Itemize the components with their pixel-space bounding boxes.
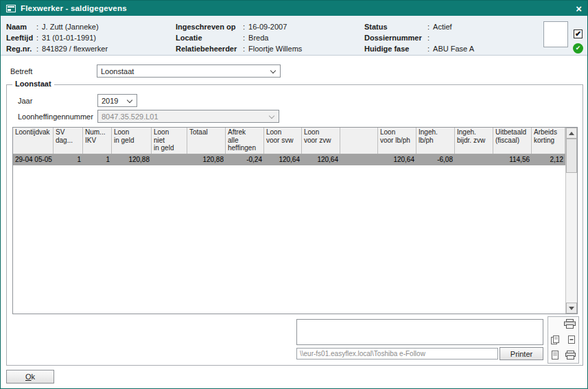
ok-label: O	[25, 373, 32, 381]
field-value: Floortje Willems	[248, 43, 302, 54]
table-cell: 120,64	[302, 154, 340, 165]
table-cell: 1	[83, 154, 112, 165]
field-separator: :	[427, 43, 430, 54]
page-icon[interactable]	[551, 351, 559, 361]
column-header[interactable]: Uitbetaald (fiscaal)	[493, 128, 532, 154]
chevron-down-icon	[127, 97, 132, 103]
column-header[interactable]: Loontijdvak	[13, 128, 54, 154]
check-icon: ✔	[576, 45, 581, 51]
titlebar: Flexwerker - saldigegevens ×	[1, 1, 587, 16]
table-header-row: LoontijdvakSV dag...Num... IKVLoon in ge…	[13, 128, 565, 154]
table-cell: 120,64	[378, 154, 416, 165]
header-field-relatiebeheerder: Relatiebeheerder : Floortje Willems	[176, 43, 302, 54]
table-main: LoontijdvakSV dag...Num... IKVLoon in ge…	[13, 128, 565, 314]
scroll-up-button[interactable]	[566, 128, 577, 139]
field-value: 841829 / flexwerker	[42, 43, 108, 54]
field-value: 16-09-2007	[248, 21, 287, 32]
column-header[interactable]: Loon voor svw	[264, 128, 302, 154]
column-header[interactable]: Loon niet in geld	[152, 128, 187, 154]
column-header[interactable]	[340, 128, 378, 154]
header-field-leeftijd: Leeftijd : 31 (01-01-1991)	[6, 32, 108, 43]
jaar-value: 2019	[102, 97, 118, 105]
scroll-down-button[interactable]	[566, 303, 577, 314]
field-label: Naam	[6, 21, 36, 32]
field-value: Actief	[433, 21, 452, 32]
column-header[interactable]: Totaal	[187, 128, 226, 154]
field-separator: :	[243, 43, 245, 54]
arrow-down-icon	[569, 307, 574, 310]
field-separator: :	[243, 32, 245, 43]
printer-notes-box[interactable]	[296, 319, 543, 345]
header-field-dossiernummer: Dossiernummer :	[364, 32, 474, 43]
table-cell: 120,64	[264, 154, 302, 165]
flexwerker-saldigegevens-window: Flexwerker - saldigegevens × Naam : J. Z…	[0, 0, 588, 389]
table-cell: -0,24	[226, 154, 264, 165]
field-label: Relatiebeheerder	[176, 43, 243, 54]
header-field-regnr: Reg.nr. : 841829 / flexwerker	[6, 43, 108, 54]
loonheffingennummer-value: 8047.35.529.L01	[102, 113, 158, 121]
field-value: Breda	[248, 32, 268, 43]
status-ok-icon: ✔	[573, 43, 583, 54]
copies-icon[interactable]	[551, 335, 560, 346]
column-header[interactable]: Loon voor zvw	[302, 128, 340, 154]
field-separator: :	[36, 43, 38, 54]
column-header[interactable]: Num... IKV	[83, 128, 112, 154]
loonstaat-table: LoontijdvakSV dag...Num... IKVLoon in ge…	[12, 127, 578, 314]
loonstaat-groupbox: Loonstaat Jaar 2019 Loonheffingennummer …	[6, 84, 583, 366]
header-info-panel: Naam : J. Zutt (Janneke) Leeftijd : 31 (…	[1, 16, 587, 56]
close-icon[interactable]: ×	[576, 3, 582, 14]
table-cell: 1	[54, 154, 83, 165]
scroll-thumb[interactable]	[566, 139, 577, 173]
field-label: Dossiernummer	[364, 32, 427, 43]
table-cell	[340, 154, 378, 165]
field-label: Huidige fase	[364, 43, 427, 54]
column-header[interactable]: Ingeh. lb/ph	[416, 128, 455, 154]
chevron-down-icon	[269, 113, 274, 119]
field-separator: :	[36, 32, 38, 43]
header-field-huidige-fase: Huidige fase : ABU Fase A	[364, 43, 474, 54]
column-header[interactable]: Loon in geld	[112, 128, 152, 154]
ok-button[interactable]: Ok	[6, 370, 54, 384]
column-header[interactable]: Arbeids korting	[532, 128, 565, 154]
column-header[interactable]: Aftrek alle heffingen	[226, 128, 264, 154]
header-col-registration: Ingeschreven op : 16-09-2007 Locatie : B…	[176, 21, 302, 54]
table-cell: -6,08	[416, 154, 455, 165]
printer-button[interactable]: Printer	[499, 347, 543, 360]
loonheffingennummer-label: Loonheffingennummer	[18, 112, 93, 121]
photo-placeholder	[543, 21, 568, 47]
printer-path-input[interactable]	[296, 348, 498, 359]
table-row[interactable]: 29-04 05-0511120,88120,88-0,24120,64120,…	[13, 154, 565, 165]
table-cell: 29-04 05-05	[13, 154, 54, 165]
groupbox-label: Loonstaat	[12, 80, 54, 88]
field-separator: :	[427, 21, 430, 32]
field-label: Leeftijd	[6, 32, 36, 43]
window-icon	[6, 5, 16, 12]
column-header[interactable]: Loon voor lb/ph	[378, 128, 416, 154]
header-field-ingeschreven: Ingeschreven op : 16-09-2007	[176, 21, 302, 32]
print-icon[interactable]	[564, 319, 576, 330]
header-field-status: Status : Actief	[364, 21, 474, 32]
header-col-identity: Naam : J. Zutt (Janneke) Leeftijd : 31 (…	[6, 21, 108, 54]
field-label: Locatie	[176, 32, 243, 43]
check-icon: ✔	[575, 30, 581, 38]
arrow-up-icon	[569, 132, 574, 135]
field-value: 31 (01-01-1991)	[42, 32, 96, 43]
jaar-label: Jaar	[18, 96, 32, 106]
field-label: Reg.nr.	[6, 43, 36, 54]
print-page-icon[interactable]	[565, 351, 576, 361]
printer-icon-panel	[548, 316, 579, 364]
header-field-locatie: Locatie : Breda	[176, 32, 302, 43]
table-cell: 120,88	[112, 154, 152, 165]
page-minus-icon[interactable]	[567, 335, 576, 345]
loonheffingennummer-select: 8047.35.529.L01	[97, 110, 279, 123]
jaar-select[interactable]: 2019	[97, 94, 137, 107]
field-separator: :	[243, 21, 245, 32]
ok-label-rest: k	[32, 373, 36, 381]
column-header[interactable]: Ingeh. bijdr. zvw	[455, 128, 493, 154]
betreft-select[interactable]: Loonstaat	[97, 64, 281, 78]
vertical-scrollbar[interactable]	[565, 128, 577, 314]
column-header[interactable]: SV dag...	[54, 128, 83, 154]
flag-checkbox[interactable]: ✔	[574, 30, 583, 38]
field-label: Status	[364, 21, 427, 32]
table-cell: 2,12	[532, 154, 565, 165]
